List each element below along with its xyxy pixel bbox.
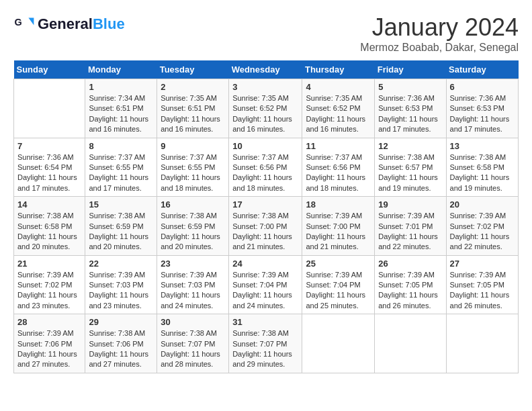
main-title: January 2024 <box>360 13 519 42</box>
day-cell: 11Sunrise: 7:37 AMSunset: 6:56 PMDayligh… <box>302 138 375 197</box>
day-number: 18 <box>306 199 371 210</box>
day-cell: 13Sunrise: 7:38 AMSunset: 6:58 PMDayligh… <box>446 138 518 197</box>
day-cell: 1Sunrise: 7:34 AMSunset: 6:51 PMDaylight… <box>85 79 157 138</box>
day-cell: 29Sunrise: 7:38 AMSunset: 7:06 PMDayligh… <box>85 314 157 373</box>
day-number: 23 <box>161 259 225 269</box>
day-cell: 5Sunrise: 7:36 AMSunset: 6:53 PMDaylight… <box>375 79 446 138</box>
header-cell-wednesday: Wednesday <box>229 60 302 79</box>
day-cell: 19Sunrise: 7:39 AMSunset: 7:01 PMDayligh… <box>375 197 446 256</box>
day-cell: 14Sunrise: 7:38 AMSunset: 6:58 PMDayligh… <box>14 197 85 256</box>
page-header: G GeneralBlue January 2024 Mermoz Boabab… <box>13 13 519 54</box>
logo-text: GeneralBlue <box>38 16 125 32</box>
day-cell: 23Sunrise: 7:39 AMSunset: 7:03 PMDayligh… <box>157 255 229 314</box>
day-cell: 24Sunrise: 7:39 AMSunset: 7:04 PMDayligh… <box>229 255 302 314</box>
day-number: 9 <box>161 141 225 151</box>
day-number: 8 <box>89 141 153 151</box>
day-info: Sunrise: 7:38 AMSunset: 7:07 PMDaylight:… <box>161 328 225 370</box>
day-cell: 12Sunrise: 7:38 AMSunset: 6:57 PMDayligh… <box>375 138 446 197</box>
day-info: Sunrise: 7:39 AMSunset: 7:02 PMDaylight:… <box>450 211 515 253</box>
day-info: Sunrise: 7:35 AMSunset: 6:52 PMDaylight:… <box>306 93 371 135</box>
svg-text:G: G <box>15 17 22 28</box>
day-info: Sunrise: 7:39 AMSunset: 7:04 PMDaylight:… <box>232 270 298 312</box>
week-row-1: 1Sunrise: 7:34 AMSunset: 6:51 PMDaylight… <box>14 79 519 138</box>
day-cell: 9Sunrise: 7:37 AMSunset: 6:55 PMDaylight… <box>157 138 229 197</box>
day-info: Sunrise: 7:36 AMSunset: 6:53 PMDaylight:… <box>378 93 442 135</box>
day-info: Sunrise: 7:35 AMSunset: 6:52 PMDaylight:… <box>232 93 298 135</box>
day-cell: 22Sunrise: 7:39 AMSunset: 7:03 PMDayligh… <box>85 255 157 314</box>
day-cell: 15Sunrise: 7:38 AMSunset: 6:59 PMDayligh… <box>85 197 157 256</box>
logo: G GeneralBlue <box>13 13 125 35</box>
day-number: 27 <box>450 259 515 269</box>
day-number: 4 <box>306 82 371 92</box>
day-cell <box>446 314 518 373</box>
day-info: Sunrise: 7:39 AMSunset: 7:06 PMDaylight:… <box>17 328 81 370</box>
day-number: 7 <box>17 141 81 151</box>
day-cell: 27Sunrise: 7:39 AMSunset: 7:05 PMDayligh… <box>446 255 518 314</box>
day-number: 26 <box>378 259 442 269</box>
day-number: 25 <box>306 259 371 269</box>
day-number: 3 <box>232 82 298 92</box>
day-number: 12 <box>378 141 442 151</box>
day-info: Sunrise: 7:37 AMSunset: 6:56 PMDaylight:… <box>232 152 298 194</box>
day-cell: 6Sunrise: 7:36 AMSunset: 6:53 PMDaylight… <box>446 79 518 138</box>
day-info: Sunrise: 7:38 AMSunset: 7:06 PMDaylight:… <box>89 328 153 370</box>
day-info: Sunrise: 7:37 AMSunset: 6:56 PMDaylight:… <box>306 152 371 194</box>
day-number: 1 <box>89 82 153 92</box>
week-row-2: 7Sunrise: 7:36 AMSunset: 6:54 PMDaylight… <box>14 138 519 197</box>
week-row-3: 14Sunrise: 7:38 AMSunset: 6:58 PMDayligh… <box>14 197 519 256</box>
day-number: 13 <box>450 141 515 151</box>
day-info: Sunrise: 7:39 AMSunset: 7:01 PMDaylight:… <box>378 211 442 253</box>
day-info: Sunrise: 7:39 AMSunset: 7:03 PMDaylight:… <box>161 270 225 312</box>
day-cell: 26Sunrise: 7:39 AMSunset: 7:05 PMDayligh… <box>375 255 446 314</box>
header-cell-saturday: Saturday <box>446 60 518 79</box>
day-info: Sunrise: 7:37 AMSunset: 6:55 PMDaylight:… <box>89 152 153 194</box>
week-row-4: 21Sunrise: 7:39 AMSunset: 7:02 PMDayligh… <box>14 255 519 314</box>
day-cell: 7Sunrise: 7:36 AMSunset: 6:54 PMDaylight… <box>14 138 85 197</box>
day-info: Sunrise: 7:38 AMSunset: 6:58 PMDaylight:… <box>17 211 81 253</box>
subtitle: Mermoz Boabab, Dakar, Senegal <box>360 42 519 54</box>
day-number: 22 <box>89 259 153 269</box>
header-cell-monday: Monday <box>85 60 157 79</box>
header-cell-friday: Friday <box>375 60 446 79</box>
day-cell <box>302 314 375 373</box>
header-row: SundayMondayTuesdayWednesdayThursdayFrid… <box>14 60 519 79</box>
day-cell: 25Sunrise: 7:39 AMSunset: 7:04 PMDayligh… <box>302 255 375 314</box>
day-cell: 18Sunrise: 7:39 AMSunset: 7:00 PMDayligh… <box>302 197 375 256</box>
day-info: Sunrise: 7:38 AMSunset: 7:00 PMDaylight:… <box>232 211 298 253</box>
day-number: 28 <box>17 317 81 327</box>
day-info: Sunrise: 7:38 AMSunset: 6:59 PMDaylight:… <box>161 211 225 253</box>
day-number: 2 <box>161 82 225 92</box>
day-number: 19 <box>378 199 442 210</box>
day-number: 20 <box>450 199 515 210</box>
day-number: 10 <box>232 141 298 151</box>
header-cell-thursday: Thursday <box>302 60 375 79</box>
day-cell: 30Sunrise: 7:38 AMSunset: 7:07 PMDayligh… <box>157 314 229 373</box>
day-number: 14 <box>17 199 81 210</box>
logo-icon: G <box>13 13 35 35</box>
day-number: 5 <box>378 82 442 92</box>
day-info: Sunrise: 7:39 AMSunset: 7:04 PMDaylight:… <box>306 270 371 312</box>
week-row-5: 28Sunrise: 7:39 AMSunset: 7:06 PMDayligh… <box>14 314 519 373</box>
day-info: Sunrise: 7:39 AMSunset: 7:00 PMDaylight:… <box>306 211 371 253</box>
day-info: Sunrise: 7:39 AMSunset: 7:05 PMDaylight:… <box>378 270 442 312</box>
day-cell: 2Sunrise: 7:35 AMSunset: 6:51 PMDaylight… <box>157 79 229 138</box>
calendar-table: SundayMondayTuesdayWednesdayThursdayFrid… <box>13 60 519 373</box>
day-info: Sunrise: 7:36 AMSunset: 6:53 PMDaylight:… <box>450 93 515 135</box>
day-number: 11 <box>306 141 371 151</box>
day-number: 17 <box>232 199 298 210</box>
day-cell: 28Sunrise: 7:39 AMSunset: 7:06 PMDayligh… <box>14 314 85 373</box>
day-info: Sunrise: 7:35 AMSunset: 6:51 PMDaylight:… <box>161 93 225 135</box>
day-info: Sunrise: 7:37 AMSunset: 6:55 PMDaylight:… <box>161 152 225 194</box>
day-cell: 16Sunrise: 7:38 AMSunset: 6:59 PMDayligh… <box>157 197 229 256</box>
day-cell <box>375 314 446 373</box>
day-info: Sunrise: 7:39 AMSunset: 7:05 PMDaylight:… <box>450 270 515 312</box>
day-info: Sunrise: 7:38 AMSunset: 6:58 PMDaylight:… <box>450 152 515 194</box>
day-cell: 10Sunrise: 7:37 AMSunset: 6:56 PMDayligh… <box>229 138 302 197</box>
day-cell: 4Sunrise: 7:35 AMSunset: 6:52 PMDaylight… <box>302 79 375 138</box>
day-number: 6 <box>450 82 515 92</box>
day-number: 21 <box>17 259 81 269</box>
day-info: Sunrise: 7:39 AMSunset: 7:02 PMDaylight:… <box>17 270 81 312</box>
day-cell: 20Sunrise: 7:39 AMSunset: 7:02 PMDayligh… <box>446 197 518 256</box>
day-number: 29 <box>89 317 153 327</box>
day-cell: 21Sunrise: 7:39 AMSunset: 7:02 PMDayligh… <box>14 255 85 314</box>
